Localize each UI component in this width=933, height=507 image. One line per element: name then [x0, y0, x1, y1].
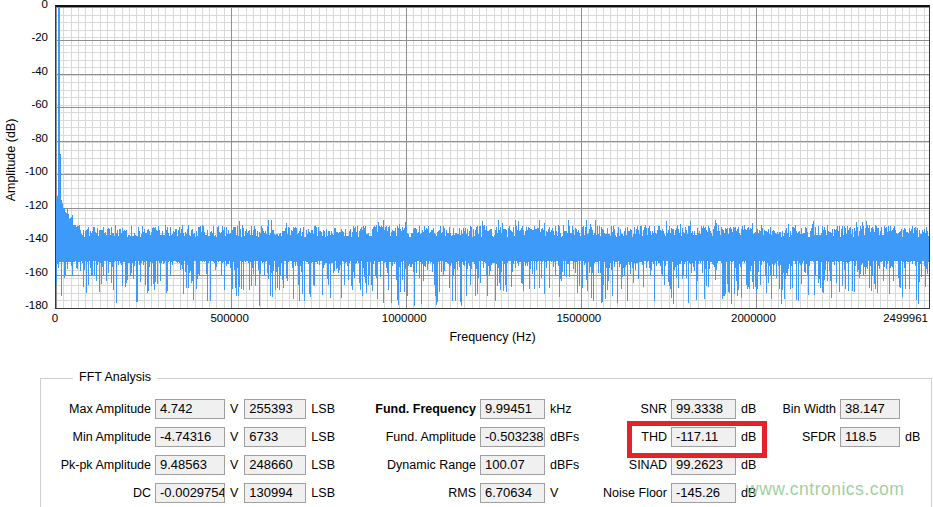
field-label: THD	[587, 430, 667, 444]
value-field[interactable]: 9.48563	[155, 455, 225, 475]
x-tick-label: 1000000	[382, 312, 427, 324]
value-field[interactable]: 100.07	[480, 455, 545, 475]
groupbox-legend: FFT Analysis	[73, 370, 157, 384]
value-field[interactable]: 4.742	[155, 399, 225, 419]
field-label: Fund. Amplitude	[361, 430, 476, 444]
field-label: DC	[46, 486, 151, 500]
value-field[interactable]: -145.26	[671, 483, 736, 503]
unit-label: dB	[741, 402, 756, 416]
field-label: Max Amplitude	[46, 402, 151, 416]
spectrum-trace	[56, 7, 929, 308]
field-label: SFDR	[771, 430, 836, 444]
y-tick-label: -60	[0, 98, 48, 110]
value-field[interactable]: 99.3338	[671, 399, 736, 419]
unit-label: LSB	[311, 458, 335, 472]
field-row-fund-frequency: Fund. Frequency 9.99451 kHz	[361, 395, 579, 423]
bin-metrics-column: Bin Width 38.147 SFDR 118.5 dB	[771, 395, 920, 451]
unit-label: kHz	[550, 402, 572, 416]
value-field[interactable]: -0.0029754	[155, 483, 225, 503]
unit-label: LSB	[311, 486, 335, 500]
field-row-sinad: SINAD 99.2623 dB	[587, 451, 756, 479]
field-row-snr: SNR 99.3338 dB	[587, 395, 756, 423]
value-field[interactable]: 130994	[244, 483, 306, 503]
field-label: RMS	[361, 486, 476, 500]
x-tick-label: 500000	[210, 312, 248, 324]
field-row-thd: THD -117.11 dB	[587, 423, 756, 451]
field-label: Dynamic Range	[361, 458, 476, 472]
field-label: Min Amplitude	[46, 430, 151, 444]
unit-label: V	[550, 486, 558, 500]
field-row-bin-width: Bin Width 38.147	[771, 395, 920, 423]
field-label: Fund. Frequency	[361, 402, 476, 416]
y-tick-label: -100	[0, 165, 48, 177]
field-row-pkpk-amplitude: Pk-pk Amplitude 9.48563 V 248660 LSB	[46, 451, 335, 479]
field-label: Pk-pk Amplitude	[46, 458, 151, 472]
x-tick-label: 2499961	[883, 312, 928, 324]
y-tick-label: -180	[0, 299, 48, 311]
field-row-min-amplitude: Min Amplitude -4.74316 V 6733 LSB	[46, 423, 335, 451]
x-axis-tick-labels: 05000001000000150000020000002499961	[0, 312, 933, 328]
unit-label: dB	[741, 430, 756, 444]
field-row-dynamic-range: Dynamic Range 100.07 dBFs	[361, 451, 579, 479]
unit-label: dB	[741, 458, 756, 472]
value-field[interactable]: -0.503238	[480, 427, 545, 447]
x-tick-label: 2000000	[731, 312, 776, 324]
unit-label: LSB	[311, 430, 335, 444]
value-field[interactable]: -4.74316	[155, 427, 225, 447]
unit-label: V	[230, 486, 238, 500]
unit-label: V	[230, 458, 238, 472]
y-tick-label: -140	[0, 232, 48, 244]
unit-label: V	[230, 402, 238, 416]
y-tick-label: -120	[0, 199, 48, 211]
amplitude-column: Max Amplitude 4.742 V 255393 LSB Min Amp…	[46, 395, 335, 507]
unit-label: V	[230, 430, 238, 444]
field-label: SINAD	[587, 458, 667, 472]
field-label: Bin Width	[771, 402, 836, 416]
y-axis-tick-labels: 0-20-40-60-80-100-120-140-160-180	[0, 0, 48, 320]
field-row-sfdr: SFDR 118.5 dB	[771, 423, 920, 451]
value-field[interactable]: 6.70634	[480, 483, 545, 503]
unit-label: dBFs	[550, 430, 579, 444]
plot-area[interactable]	[55, 5, 930, 309]
y-tick-label: -40	[0, 65, 48, 77]
value-field[interactable]: 255393	[244, 399, 306, 419]
unit-label: dB	[905, 430, 920, 444]
value-field[interactable]: 248660	[244, 455, 306, 475]
field-label: SNR	[587, 402, 667, 416]
fundamental-column: Fund. Frequency 9.99451 kHz Fund. Amplit…	[361, 395, 579, 507]
y-tick-label: -160	[0, 266, 48, 278]
value-field[interactable]: 118.5	[840, 427, 900, 447]
x-axis-title: Frequency (Hz)	[55, 330, 930, 344]
field-row-max-amplitude: Max Amplitude 4.742 V 255393 LSB	[46, 395, 335, 423]
y-tick-label: 0	[0, 0, 48, 10]
value-field[interactable]: -117.11	[671, 427, 736, 447]
value-field[interactable]: 9.99451	[480, 399, 545, 419]
value-field[interactable]: 38.147	[840, 399, 900, 419]
field-label: Noise Floor	[587, 486, 667, 500]
value-field[interactable]: 99.2623	[671, 455, 736, 475]
field-row-rms: RMS 6.70634 V	[361, 479, 579, 507]
field-row-fund-amplitude: Fund. Amplitude -0.503238 dBFs	[361, 423, 579, 451]
unit-label: dBFs	[550, 458, 579, 472]
noise-metrics-column: SNR 99.3338 dB THD -117.11 dB SINAD 99.2…	[587, 395, 756, 507]
fft-spectrum-chart: Amplitude (dB) 0-20-40-60-80-100-120-140…	[0, 0, 933, 360]
unit-label: LSB	[311, 402, 335, 416]
x-tick-label: 1500000	[556, 312, 601, 324]
field-row-noise-floor: Noise Floor -145.26 dB	[587, 479, 756, 507]
y-tick-label: -20	[0, 31, 48, 43]
field-row-dc: DC -0.0029754 V 130994 LSB	[46, 479, 335, 507]
value-field[interactable]: 6733	[244, 427, 306, 447]
y-tick-label: -80	[0, 132, 48, 144]
watermark-text: www.cntronics.com	[746, 479, 904, 500]
x-tick-label: 0	[52, 312, 58, 324]
